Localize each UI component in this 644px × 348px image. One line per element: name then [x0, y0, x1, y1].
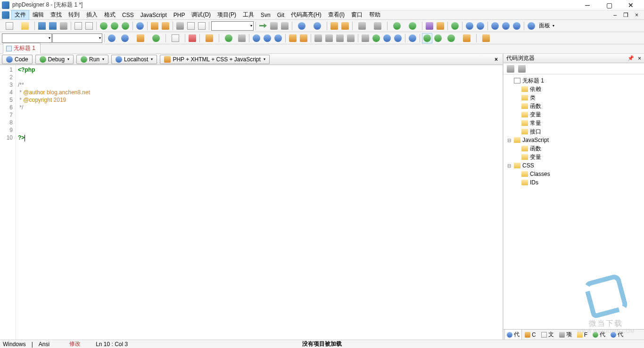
- flag2-button[interactable]: [237, 33, 247, 43]
- side-tab-proj[interactable]: 项: [557, 329, 574, 340]
- tree-node-class[interactable]: 类: [504, 93, 643, 102]
- tool-button-1[interactable]: [389, 21, 405, 31]
- form-button-1[interactable]: [313, 33, 323, 43]
- side-tool-2[interactable]: [517, 64, 527, 74]
- view-code-button[interactable]: Code: [2, 55, 33, 64]
- tag-button-2[interactable]: [117, 33, 132, 43]
- layout-button-1[interactable]: [490, 21, 500, 31]
- window-button-1[interactable]: [464, 21, 475, 31]
- print-button[interactable]: [58, 21, 69, 31]
- bookmark2-button[interactable]: [310, 21, 325, 31]
- element-combo[interactable]: ▾: [2, 33, 52, 43]
- tag-button-3[interactable]: [133, 33, 148, 43]
- filter-button-2[interactable]: [340, 21, 350, 31]
- copy-button[interactable]: [73, 21, 83, 31]
- doc-button[interactable]: [168, 33, 183, 43]
- menu-highlight[interactable]: 代码高亮(H): [288, 10, 325, 20]
- tag-button-4[interactable]: [149, 33, 164, 43]
- side-close-button[interactable]: ×: [638, 55, 641, 62]
- code-tree[interactable]: 无标题 1 依赖 类 函数 变量 常量 接口 ⊟JavaScript 函数 变量…: [504, 75, 644, 329]
- css-button-2[interactable]: [433, 33, 443, 43]
- side-tab-file[interactable]: 文: [539, 329, 556, 340]
- hand-icon[interactable]: [288, 33, 298, 43]
- side-tab-code2[interactable]: 代: [590, 329, 608, 340]
- open-file-button[interactable]: [17, 21, 33, 31]
- tool-last-button[interactable]: [479, 33, 494, 43]
- css-button-4[interactable]: [459, 33, 474, 43]
- minimize-button[interactable]: ─: [581, 1, 594, 9]
- form-button-4[interactable]: [346, 33, 356, 43]
- back-button[interactable]: [355, 21, 370, 31]
- code-editor[interactable]: 12345678910 <?php /** * @author blog.anc…: [0, 65, 503, 340]
- side-tool-1[interactable]: [505, 64, 516, 74]
- view-run-button[interactable]: Run▾: [76, 55, 108, 64]
- close-button[interactable]: ✕: [624, 1, 637, 9]
- view-localhost-button[interactable]: Localhost▾: [111, 55, 157, 64]
- pointer-icon[interactable]: [298, 33, 309, 43]
- class-combo[interactable]: ▾: [52, 33, 102, 43]
- side-tab-f[interactable]: F: [575, 330, 590, 340]
- menu-insert[interactable]: 插入: [83, 10, 101, 20]
- save-button[interactable]: [37, 21, 47, 31]
- list-icon[interactable]: [393, 33, 403, 43]
- window-button-2[interactable]: [475, 21, 486, 31]
- mdi-minimize[interactable]: –: [611, 12, 619, 18]
- side-tab-c[interactable]: C: [522, 330, 538, 340]
- menu-git[interactable]: Git: [274, 11, 288, 19]
- filter-button-1[interactable]: [329, 21, 339, 31]
- side-tab-code3[interactable]: 代: [608, 329, 626, 340]
- code-content[interactable]: <?php /** * @author blog.anchen8.net * @…: [16, 65, 503, 340]
- paste2-button[interactable]: [197, 21, 207, 31]
- indent-button-1[interactable]: [251, 33, 262, 43]
- browser-button-3[interactable]: [120, 21, 131, 31]
- mdi-restore[interactable]: ❐: [621, 12, 630, 18]
- fmt-button-1[interactable]: [202, 33, 217, 43]
- pin-icon[interactable]: 📌: [627, 55, 634, 61]
- menu-file[interactable]: 文件: [11, 10, 29, 20]
- new-file-button[interactable]: [2, 21, 17, 31]
- tree-node-css-classes[interactable]: Classes: [504, 170, 643, 178]
- browser-button-1[interactable]: [99, 21, 109, 31]
- indent-button-3[interactable]: [273, 33, 283, 43]
- menu-tools[interactable]: 工具: [239, 10, 257, 20]
- tree-node-var[interactable]: 变量: [504, 110, 643, 119]
- menu-search[interactable]: 查找: [47, 10, 65, 20]
- menu-window[interactable]: 窗口: [348, 10, 366, 20]
- undo-button[interactable]: [149, 21, 160, 31]
- globe-button[interactable]: [450, 21, 460, 31]
- flag-button[interactable]: [221, 33, 236, 43]
- image-icon[interactable]: [371, 33, 381, 43]
- nav-forward-button[interactable]: [258, 21, 268, 31]
- form-button-3[interactable]: [335, 33, 345, 43]
- css-button-3[interactable]: [444, 33, 459, 43]
- save-all-button[interactable]: [48, 21, 58, 31]
- menu-svn[interactable]: Svn: [257, 11, 274, 19]
- layout-button-3[interactable]: [512, 21, 522, 31]
- tree-node-func[interactable]: 函数: [504, 102, 643, 110]
- copy2-button[interactable]: [186, 21, 196, 31]
- tree-node-css[interactable]: ⊟CSS: [504, 161, 643, 170]
- tree-node-deps[interactable]: 依赖: [504, 85, 643, 93]
- bookmark-button[interactable]: [294, 21, 309, 31]
- tree-node-js[interactable]: ⊟JavaScript: [504, 136, 643, 144]
- menu-php[interactable]: PHP: [170, 11, 189, 19]
- view-lang-button[interactable]: PHP + XHTML + CSS + JavaScript▾: [160, 55, 269, 64]
- table-icon[interactable]: [382, 33, 392, 43]
- check-button[interactable]: [424, 21, 435, 31]
- css-button-1[interactable]: [422, 33, 432, 43]
- tag-button-1[interactable]: [107, 33, 117, 43]
- redo-button[interactable]: [160, 21, 171, 31]
- browser-button-2[interactable]: [109, 21, 120, 31]
- tree-node-css-ids[interactable]: IDs: [504, 178, 643, 187]
- paste-button[interactable]: [84, 21, 94, 31]
- menu-debug[interactable]: 调试(D): [188, 10, 214, 20]
- editor-close-button[interactable]: ×: [492, 56, 501, 63]
- mdi-close[interactable]: ×: [633, 12, 640, 18]
- view-debug-button[interactable]: Debug▾: [35, 55, 74, 64]
- menu-format[interactable]: 格式: [101, 10, 119, 20]
- file-tab-untitled[interactable]: 无标题 1: [3, 43, 41, 54]
- menu-goto[interactable]: 转到: [65, 10, 83, 20]
- form-button-2[interactable]: [324, 33, 334, 43]
- tree-node-const[interactable]: 常量: [504, 119, 643, 127]
- app-menu-icon[interactable]: [2, 11, 9, 19]
